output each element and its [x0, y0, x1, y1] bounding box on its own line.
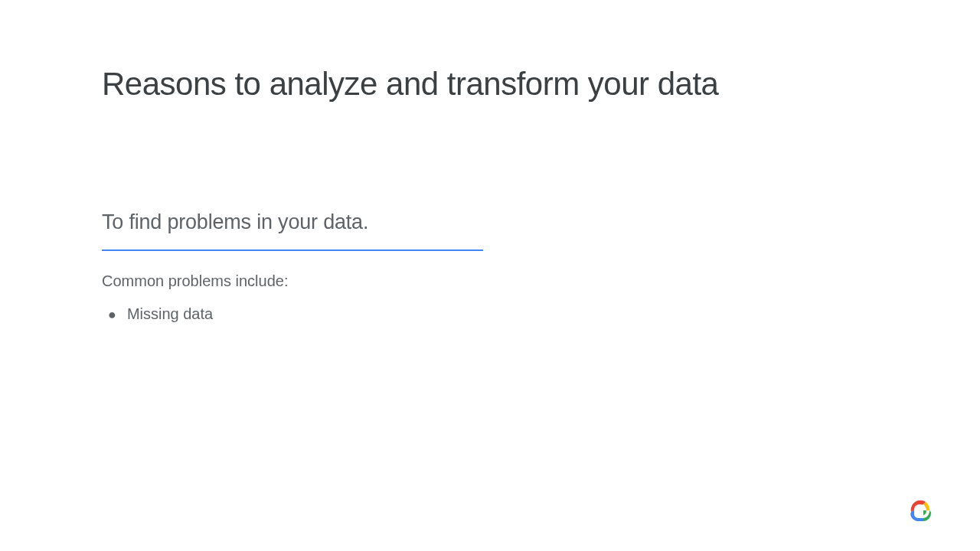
- list-heading: Common problems include:: [102, 272, 878, 290]
- list-item: ● Missing data: [102, 305, 878, 323]
- bullet-list: ● Missing data: [102, 305, 878, 323]
- slide-subtitle: To find problems in your data.: [102, 210, 878, 234]
- bullet-icon: ●: [108, 308, 116, 321]
- divider-line: [102, 249, 483, 251]
- content-section: To find problems in your data. Common pr…: [102, 210, 878, 323]
- list-item-text: Missing data: [127, 305, 213, 323]
- slide-title: Reasons to analyze and transform your da…: [102, 65, 878, 103]
- slide-container: Reasons to analyze and transform your da…: [0, 0, 980, 551]
- google-cloud-logo-icon: [905, 497, 933, 525]
